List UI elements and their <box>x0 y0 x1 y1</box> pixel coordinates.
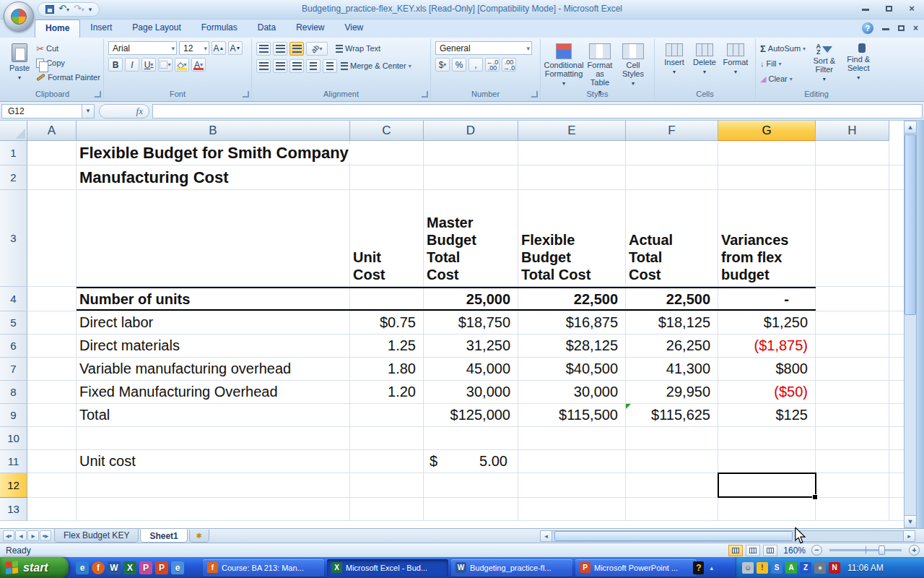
cell-E8[interactable]: 30,000 <box>518 381 626 403</box>
cell-F8[interactable]: 29,950 <box>626 381 718 403</box>
vertical-scrollbar[interactable]: ▲ ▼ <box>904 121 917 528</box>
next-sheet-button[interactable]: ▸ <box>27 530 39 541</box>
delete-cells-button[interactable]: Delete▾ <box>689 41 720 79</box>
bold-button[interactable]: B <box>108 58 123 72</box>
cell-A8[interactable] <box>27 381 77 403</box>
cell-A1[interactable] <box>27 141 77 165</box>
z-app-icon[interactable]: Z <box>800 562 811 574</box>
tray-help-icon[interactable]: ? <box>693 561 704 574</box>
cell-G10[interactable] <box>718 427 816 449</box>
column-header-D[interactable]: D <box>424 121 518 141</box>
cell-G3[interactable]: Variances from flex budget <box>718 190 816 286</box>
cell-H10[interactable] <box>816 427 889 449</box>
row-header-12[interactable]: 12 <box>0 473 27 498</box>
redo-button[interactable]: ↷▾ <box>74 3 84 16</box>
cell-C12[interactable] <box>350 473 424 497</box>
cell-C5[interactable]: $0.75 <box>350 311 424 334</box>
format-cells-button[interactable]: Format▾ <box>720 41 751 79</box>
cell-B2[interactable]: Manufacturing Cost <box>77 165 350 189</box>
cell-G8[interactable]: ($50) <box>718 381 816 403</box>
column-header-A[interactable]: A <box>27 121 77 141</box>
paste-button[interactable]: Paste▾ <box>6 41 33 85</box>
tab-view[interactable]: View <box>334 20 373 38</box>
row-header-13[interactable]: 13 <box>0 498 27 521</box>
sheet-tab-flex-budget-key[interactable]: Flex Budget KEY <box>54 529 139 543</box>
grow-font-button[interactable]: A▲ <box>212 41 226 55</box>
cell-F3[interactable]: Actual Total Cost <box>626 190 718 286</box>
cell-A11[interactable] <box>27 450 77 473</box>
italic-button[interactable]: I <box>125 58 139 72</box>
cell-C6[interactable]: 1.25 <box>350 335 424 357</box>
cell-H8[interactable] <box>816 381 889 403</box>
font-family-select[interactable]: Arial▾ <box>108 41 177 55</box>
cell-B5[interactable]: Direct labor <box>77 311 350 334</box>
percent-style-button[interactable]: % <box>452 58 466 72</box>
cell-B1[interactable]: Flexible Budget for Smith Company <box>77 141 350 165</box>
cell-A5[interactable] <box>27 311 77 334</box>
cell-D3[interactable]: Master Budget Total Cost <box>424 190 518 286</box>
cell-D9[interactable]: $125,000 <box>424 404 518 426</box>
row-header-5[interactable]: 5 <box>0 311 27 335</box>
zoom-slider[interactable] <box>829 549 902 551</box>
cell-A12[interactable] <box>27 473 77 497</box>
taskbar-button-excel[interactable]: XMicrosoft Excel - Bud... <box>327 559 448 577</box>
fill-button[interactable]: ↓Fill▾ <box>760 56 806 71</box>
select-all-button[interactable] <box>0 121 27 141</box>
wrap-text-button[interactable]: Wrap Text <box>336 41 380 56</box>
restore-button[interactable] <box>882 3 895 14</box>
sheet-tab-sheet1[interactable]: Sheet1 <box>140 529 187 543</box>
cell-B6[interactable]: Direct materials <box>77 335 350 357</box>
start-button[interactable]: start <box>0 557 69 578</box>
comma-style-button[interactable]: , <box>468 58 483 72</box>
row-header-10[interactable]: 10 <box>0 427 27 450</box>
excel-icon[interactable]: X <box>123 561 136 574</box>
prev-sheet-button[interactable]: ◂ <box>15 530 27 541</box>
cell-F1[interactable] <box>626 141 718 165</box>
cell-F6[interactable]: 26,250 <box>626 335 718 357</box>
cut-button[interactable]: ✂Cut <box>36 41 100 56</box>
column-header-G[interactable]: G <box>718 121 816 141</box>
cell-B12[interactable] <box>77 473 350 497</box>
cell-G11[interactable] <box>718 450 816 473</box>
internet-explorer-2-icon[interactable]: e <box>171 561 184 574</box>
scroll-up-icon[interactable]: ▲ <box>905 121 916 134</box>
sort-filter-button[interactable]: AZ Sort & Filter▾ <box>808 41 840 86</box>
taskbar-button-word[interactable]: WBudgeting_practice-fl... <box>451 559 572 577</box>
cell-G1[interactable] <box>718 141 816 165</box>
decrease-decimal-button[interactable]: .00→.0 <box>502 58 516 72</box>
shrink-font-button[interactable]: A▼ <box>228 41 243 55</box>
last-sheet-button[interactable]: ▪▸ <box>40 530 51 541</box>
cell-F4[interactable]: 22,500 <box>626 287 718 311</box>
cell-D5[interactable]: $18,750 <box>424 311 518 334</box>
cell-F2[interactable] <box>626 165 718 189</box>
scroll-left-icon[interactable]: ◂ <box>540 530 552 542</box>
fill-color-button[interactable]: ◇▾ <box>175 58 189 72</box>
cell-C4[interactable] <box>350 287 424 311</box>
cell-H7[interactable] <box>816 358 889 380</box>
cell-B10[interactable] <box>77 427 350 449</box>
security-shield-icon[interactable]: ! <box>757 562 768 574</box>
zoom-level[interactable]: 160% <box>783 545 806 556</box>
taskbar-button-powerpoint[interactable]: PMicrosoft PowerPoint ... <box>575 559 697 577</box>
cell-G2[interactable] <box>718 165 816 189</box>
customize-qat-button[interactable]: ▾ <box>89 4 92 15</box>
borders-button[interactable]: ▾ <box>158 58 173 72</box>
cell-F7[interactable]: 41,300 <box>626 358 718 380</box>
cell-B13[interactable] <box>77 498 350 520</box>
format-painter-button[interactable]: Format Painter <box>36 70 100 85</box>
cell-H12[interactable] <box>816 473 889 497</box>
row-header-4[interactable]: 4 <box>0 287 27 311</box>
cell-E10[interactable] <box>518 427 626 449</box>
cell-G9[interactable]: $125 <box>718 404 816 426</box>
tab-insert[interactable]: Insert <box>80 20 122 38</box>
cell-F5[interactable]: $18,125 <box>626 311 718 334</box>
antivirus-a-icon[interactable]: A <box>785 562 797 574</box>
align-top-button[interactable] <box>256 42 271 56</box>
cell-C3[interactable]: Unit Cost <box>350 190 424 286</box>
first-sheet-button[interactable]: ◂▪ <box>3 530 14 541</box>
row-header-6[interactable]: 6 <box>0 335 27 358</box>
cell-E1[interactable] <box>518 141 626 165</box>
cell-E4[interactable]: 22,500 <box>518 287 626 311</box>
cell-E5[interactable]: $16,875 <box>518 311 626 334</box>
cell-H4[interactable] <box>816 287 889 311</box>
